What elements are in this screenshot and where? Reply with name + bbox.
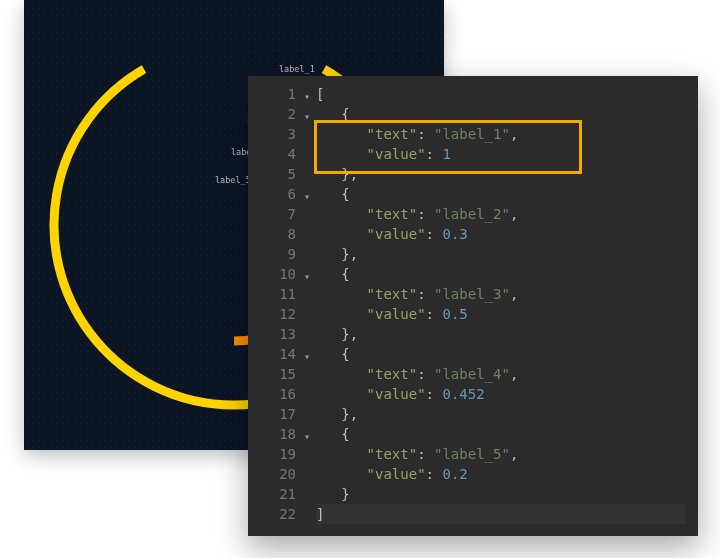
token-k: , [510,366,518,382]
line-number: 8 [248,224,300,244]
chart-label-label_5: label_5 [215,176,250,185]
token-k: , [510,126,518,142]
json-editor[interactable]: 1▾2▾3456▾78910▾11121314▾15161718▾1920212… [248,76,698,536]
token-num: 0.3 [442,226,467,242]
line-number: 9 [248,244,300,264]
editor-gutter: 1▾2▾3456▾78910▾11121314▾15161718▾1920212… [248,84,300,524]
line-number: 20 [248,464,300,484]
line-number: 22 [248,504,300,524]
line-number: 7 [248,204,300,224]
token-str: "label_1" [434,126,510,142]
token-k: : [417,286,434,302]
line-number: 5 [248,164,300,184]
line-number: 6▾ [248,184,300,204]
fold-toggle-icon[interactable]: ▾ [304,347,310,367]
code-line[interactable]: }, [316,404,686,424]
line-number: 15 [248,364,300,384]
token-k: { [341,106,349,122]
editor-code[interactable]: [ { "text": "label_1", "value": 1 }, { "… [316,84,686,524]
token-str: "label_3" [434,286,510,302]
token-k: { [341,186,349,202]
token-k: }, [341,246,358,262]
code-line[interactable]: "text": "label_3", [316,284,686,304]
token-k: }, [341,326,358,342]
line-number: 1▾ [248,84,300,104]
code-line[interactable]: ] [316,504,686,524]
line-number: 4 [248,144,300,164]
line-number: 17 [248,404,300,424]
line-number: 16 [248,384,300,404]
token-k: , [510,286,518,302]
fold-toggle-icon[interactable]: ▾ [304,107,310,127]
line-number: 3 [248,124,300,144]
token-k: }, [341,406,358,422]
token-k: : [426,306,443,322]
token-k: : [426,146,443,162]
token-key: "text" [367,206,418,222]
token-str: "label_5" [434,446,510,462]
token-key: "value" [367,226,426,242]
token-key: "text" [367,446,418,462]
chart-label-label_1: label_1 [279,65,314,74]
code-line[interactable]: "text": "label_1", [316,124,686,144]
token-key: "value" [367,386,426,402]
token-num: 0.2 [442,466,467,482]
code-line[interactable]: { [316,424,686,444]
fold-toggle-icon[interactable]: ▾ [304,87,310,107]
token-key: "text" [367,366,418,382]
line-number: 11 [248,284,300,304]
code-line[interactable]: { [316,104,686,124]
code-line[interactable]: } [316,484,686,504]
code-line[interactable]: "text": "label_2", [316,204,686,224]
token-key: "text" [367,286,418,302]
token-key: "value" [367,146,426,162]
token-k: [ [316,86,324,102]
code-line[interactable]: "value": 0.452 [316,384,686,404]
token-num: 0.452 [442,386,484,402]
code-line[interactable]: { [316,344,686,364]
code-line[interactable]: "value": 0.3 [316,224,686,244]
token-k: : [417,366,434,382]
code-line[interactable]: { [316,264,686,284]
code-line[interactable]: }, [316,164,686,184]
code-line[interactable]: }, [316,324,686,344]
token-k: } [341,486,349,502]
code-line[interactable]: "text": "label_4", [316,364,686,384]
token-str: "label_2" [434,206,510,222]
fold-toggle-icon[interactable]: ▾ [304,427,310,447]
token-num: 0.5 [442,306,467,322]
token-key: "text" [367,126,418,142]
token-key: "value" [367,306,426,322]
fold-toggle-icon[interactable]: ▾ [304,187,310,207]
line-number: 21 [248,484,300,504]
code-line[interactable]: [ [316,84,686,104]
line-number: 10▾ [248,264,300,284]
token-k: : [426,386,443,402]
line-number: 13 [248,324,300,344]
code-line[interactable]: "value": 1 [316,144,686,164]
token-k: , [510,206,518,222]
token-key: "value" [367,466,426,482]
token-k: : [417,126,434,142]
token-k: { [341,426,349,442]
fold-toggle-icon[interactable]: ▾ [304,267,310,287]
token-k: { [341,346,349,362]
line-number: 14▾ [248,344,300,364]
token-k: : [426,466,443,482]
line-number: 18▾ [248,424,300,444]
token-k: { [341,266,349,282]
token-k: ] [316,506,324,522]
code-line[interactable]: "text": "label_5", [316,444,686,464]
code-line[interactable]: "value": 0.5 [316,304,686,324]
line-number: 19 [248,444,300,464]
token-num: 1 [442,146,450,162]
token-k: }, [341,166,358,182]
token-k: : [426,226,443,242]
code-line[interactable]: { [316,184,686,204]
code-line[interactable]: "value": 0.2 [316,464,686,484]
code-line[interactable]: }, [316,244,686,264]
token-k: : [417,206,434,222]
line-number: 12 [248,304,300,324]
token-k: : [417,446,434,462]
token-k: , [510,446,518,462]
